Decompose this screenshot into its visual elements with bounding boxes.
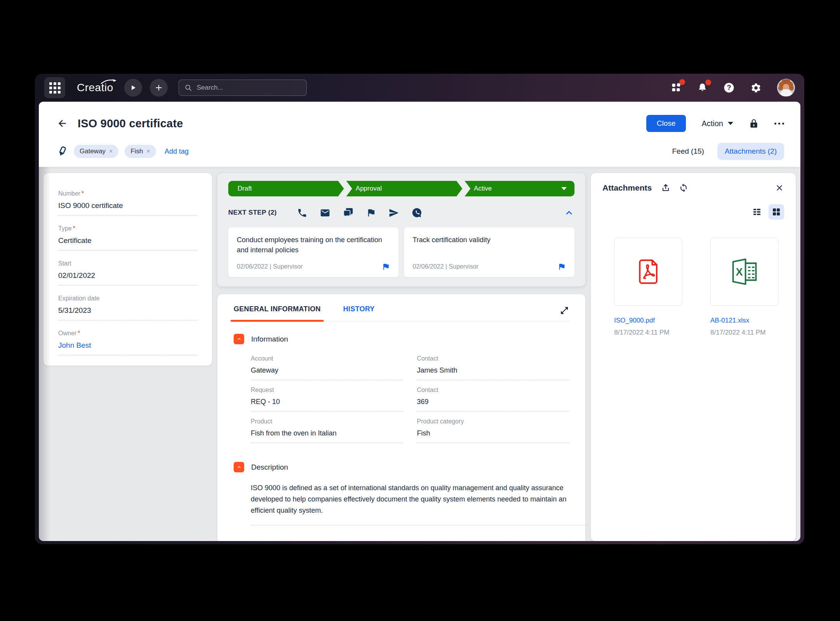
product-value[interactable]: Fish from the oven in Italian: [251, 429, 403, 443]
tag-label: Gateway: [80, 147, 106, 155]
app-window: Creatio Search...: [35, 74, 804, 544]
step-title: Conduct employees training on the certif…: [237, 235, 390, 255]
expand-icon[interactable]: [560, 306, 569, 315]
stage-active[interactable]: Active: [465, 181, 574, 196]
field-type: Type* Certificate: [58, 225, 197, 251]
remove-tag-icon[interactable]: ×: [147, 148, 150, 155]
field-account: Account Gateway: [251, 355, 403, 380]
back-arrow-icon[interactable]: [57, 118, 68, 129]
tab-history[interactable]: HISTORY: [343, 305, 375, 321]
pdf-file-tile[interactable]: [614, 238, 682, 306]
record-tabs-card: GENERAL INFORMATION HISTORY Information: [217, 294, 585, 541]
close-icon[interactable]: [775, 183, 784, 193]
more-options-button[interactable]: [774, 123, 784, 125]
attachments-panel-title: Attachments: [602, 183, 652, 193]
attachments-column: Attachments: [591, 173, 796, 541]
notification-dot: [679, 79, 685, 85]
settings-button[interactable]: [750, 82, 762, 94]
account-link[interactable]: Gateway: [251, 366, 403, 380]
stage-bar: Draft Approval Active: [228, 181, 574, 196]
stage-dropdown-icon[interactable]: [561, 187, 567, 190]
required-mark: *: [78, 330, 80, 337]
flag-icon[interactable]: [557, 262, 566, 271]
file-name-link[interactable]: ISO_9000.pdf: [614, 317, 682, 324]
excel-file-icon: X: [729, 256, 760, 288]
field-value[interactable]: ISO 9000 certificate: [58, 201, 197, 216]
send-button[interactable]: [389, 208, 399, 218]
collapse-section-button[interactable]: [234, 334, 244, 344]
description-section-header: Description: [234, 462, 569, 472]
field-label: Product category: [417, 418, 569, 425]
next-step-card[interactable]: Conduct employees training on the certif…: [228, 227, 399, 277]
collapse-section-button[interactable]: [234, 462, 244, 472]
profile-column: Number* ISO 9000 certificate Type* Certi…: [43, 173, 212, 541]
attachment-item-pdf: ISO_9000.pdf 8/17/2022 4:11 PM: [614, 238, 682, 337]
workplace-switcher-button[interactable]: [671, 82, 682, 93]
call-button[interactable]: [297, 208, 307, 218]
field-label: Request: [251, 387, 403, 394]
excel-file-tile[interactable]: X: [710, 238, 779, 306]
feed-tab[interactable]: Feed (15): [672, 147, 704, 156]
next-step-card[interactable]: Track certification validity 02/06/2022 …: [404, 227, 574, 277]
play-icon: [130, 84, 137, 91]
stage-approval[interactable]: Approval: [346, 181, 456, 196]
topbar-right-icons: ?: [671, 79, 795, 97]
request-link[interactable]: REQ - 10: [251, 398, 403, 412]
search-placeholder: Search...: [197, 84, 223, 92]
page-title: ISO 9000 certificate: [78, 117, 183, 130]
gear-icon: [750, 82, 762, 94]
field-value[interactable]: 02/01/2022: [58, 271, 197, 286]
workflow-bar: Draft Approval Active NEXT STEP (2): [217, 173, 585, 286]
collapse-next-steps-button[interactable]: [564, 207, 574, 218]
pdf-file-icon: [632, 256, 664, 288]
contact-link[interactable]: James Smith: [417, 366, 569, 380]
next-step-label: NEXT STEP (2): [228, 209, 277, 217]
refresh-icon[interactable]: [679, 183, 688, 193]
feed-message-button[interactable]: [343, 207, 354, 218]
tab-general-information[interactable]: GENERAL INFORMATION: [234, 305, 321, 321]
tag-fish[interactable]: Fish ×: [125, 145, 156, 158]
add-new-button[interactable]: [150, 79, 168, 97]
file-name-link[interactable]: AB-0121.xlsx: [710, 317, 779, 324]
required-mark: *: [73, 225, 75, 232]
app-launcher-button[interactable]: [44, 77, 65, 98]
close-button[interactable]: Close: [646, 115, 686, 132]
action-dropdown[interactable]: Action: [701, 119, 733, 128]
information-fields: Account Gateway Contact James Smith Requ…: [251, 355, 569, 449]
flag-button[interactable]: [366, 208, 376, 218]
information-section-header: Information: [234, 334, 569, 344]
field-label: Account: [251, 355, 403, 362]
tag-label: Fish: [130, 147, 143, 155]
contact-number-link[interactable]: 369: [417, 398, 569, 412]
product-category-value[interactable]: Fish: [417, 429, 569, 443]
step-meta: 02/06/2022 | Supervisor: [413, 263, 479, 270]
email-button[interactable]: [320, 208, 330, 218]
field-label: Type: [58, 225, 72, 232]
upload-icon[interactable]: [661, 183, 670, 193]
run-process-button[interactable]: [124, 79, 142, 97]
field-value[interactable]: Certificate: [58, 236, 197, 251]
stage-draft[interactable]: Draft: [228, 181, 338, 196]
attachments-tab[interactable]: Attachments (2): [717, 143, 784, 160]
tabs-row: GENERAL INFORMATION HISTORY: [234, 305, 569, 321]
add-tag-link[interactable]: Add tag: [165, 147, 189, 156]
list-view-button[interactable]: [749, 204, 765, 220]
field-value[interactable]: 5/31/2023: [58, 306, 197, 321]
record-profile-card: Number* ISO 9000 certificate Type* Certi…: [43, 173, 212, 366]
svg-text:?: ?: [727, 84, 731, 92]
remove-tag-icon[interactable]: ×: [109, 148, 113, 155]
owner-link[interactable]: John Best: [58, 341, 197, 356]
grid-view-button[interactable]: [769, 204, 784, 220]
user-avatar[interactable]: [777, 79, 795, 97]
whatsapp-button[interactable]: [411, 207, 422, 218]
tag-gateway[interactable]: Gateway ×: [74, 145, 118, 158]
lock-icon[interactable]: [749, 118, 759, 128]
description-text[interactable]: ISO 9000 is defined as a set of internat…: [251, 482, 588, 526]
field-product: Product Fish from the oven in Italian: [251, 418, 403, 443]
view-toggles: [602, 204, 784, 220]
flag-icon[interactable]: [382, 262, 390, 271]
help-button[interactable]: ?: [723, 82, 735, 94]
plus-icon: [154, 83, 163, 92]
global-search-input[interactable]: Search...: [179, 80, 307, 96]
notifications-button[interactable]: [697, 83, 708, 93]
